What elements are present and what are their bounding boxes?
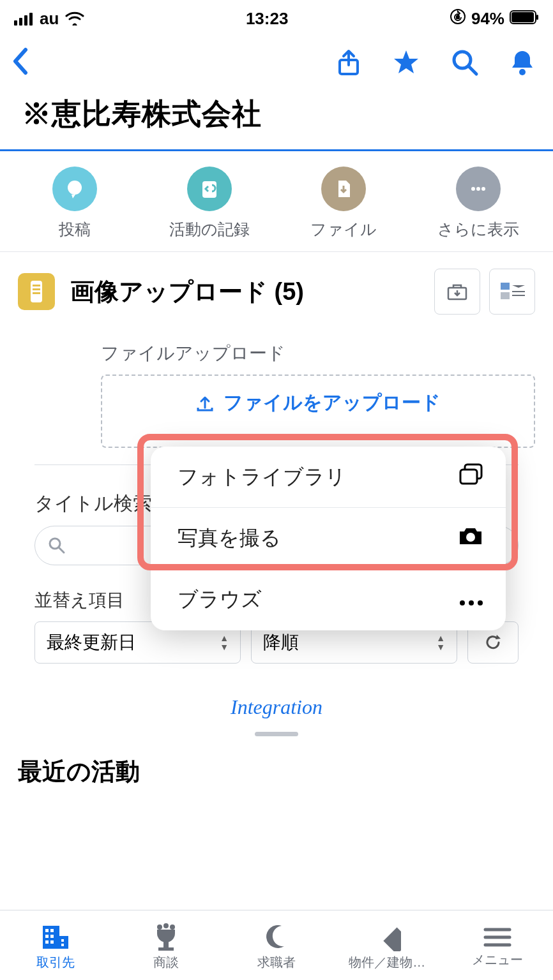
signal-icon [14, 11, 33, 26]
rotation-lock-icon [450, 8, 466, 29]
svg-rect-43 [50, 935, 54, 938]
svg-rect-3 [29, 13, 33, 26]
browse-option[interactable]: ブラウズ [151, 569, 506, 630]
camera-icon [457, 525, 484, 552]
tab-label: 商談 [153, 954, 179, 971]
svg-rect-46 [61, 939, 64, 942]
svg-rect-7 [511, 12, 534, 22]
svg-point-14 [68, 181, 82, 195]
svg-rect-2 [24, 15, 27, 26]
archive-button[interactable] [434, 269, 480, 315]
clock: 13:23 [246, 9, 289, 29]
svg-rect-5 [456, 15, 460, 19]
tab-properties[interactable]: 物件／建物… [336, 923, 438, 971]
quick-more[interactable]: さらに表示 [418, 167, 539, 240]
svg-rect-39 [59, 936, 68, 949]
stack-icon [458, 463, 484, 491]
svg-point-34 [466, 533, 475, 542]
svg-rect-21 [33, 288, 40, 290]
svg-rect-53 [383, 927, 401, 951]
svg-line-12 [469, 67, 476, 74]
battery-label: 94% [471, 9, 504, 29]
svg-rect-48 [163, 941, 169, 947]
svg-point-51 [163, 923, 169, 928]
svg-rect-47 [61, 944, 64, 946]
svg-rect-41 [50, 929, 54, 932]
view-options-button[interactable] [489, 269, 535, 315]
option-label: 写真を撮る [178, 524, 281, 553]
svg-point-37 [478, 600, 483, 605]
back-button[interactable] [11, 47, 29, 78]
svg-rect-25 [501, 292, 510, 299]
quick-label: さらに表示 [437, 219, 519, 240]
battery-icon [510, 9, 539, 29]
svg-marker-31 [496, 635, 501, 639]
quick-file[interactable]: ファイル [283, 167, 404, 240]
section-title: 画像アップロード (5) [70, 276, 425, 308]
svg-rect-8 [536, 15, 538, 20]
sort-field-value: 最終更新日 [47, 630, 136, 655]
svg-line-30 [59, 547, 64, 553]
svg-rect-49 [158, 947, 174, 951]
svg-marker-26 [512, 285, 525, 288]
svg-point-11 [454, 52, 471, 68]
svg-rect-42 [45, 935, 49, 938]
upload-box[interactable]: ファイルをアップロード [101, 375, 535, 448]
tab-label: 取引先 [36, 954, 75, 971]
svg-marker-10 [394, 50, 418, 73]
more-icon [458, 588, 484, 612]
upload-button-label: ファイルをアップロード [223, 390, 441, 416]
option-label: ブラウズ [178, 586, 262, 614]
search-icon[interactable] [451, 48, 479, 77]
quick-actions: 投稿 活動の記録 ファイル さらに表示 [0, 151, 553, 252]
svg-rect-22 [33, 292, 40, 294]
bell-icon[interactable] [510, 48, 535, 77]
magnifier-icon [48, 537, 66, 554]
recent-activity-title: 最近の活動 [0, 753, 553, 813]
carrier-label: au [40, 9, 59, 29]
svg-rect-20 [33, 285, 40, 286]
svg-rect-24 [501, 283, 510, 290]
svg-rect-33 [460, 470, 477, 484]
title-bar: ※恵比寿株式会社 [0, 88, 553, 151]
section-badge-icon [18, 273, 55, 310]
tab-menu[interactable]: メニュー [446, 926, 549, 969]
svg-point-16 [471, 187, 475, 191]
svg-rect-19 [31, 281, 42, 302]
svg-point-50 [157, 924, 162, 930]
quick-label: ファイル [310, 219, 377, 240]
section-header: 画像アップロード (5) [18, 269, 535, 315]
tab-opportunities[interactable]: 商談 [115, 923, 217, 971]
svg-point-17 [476, 187, 480, 191]
tab-label: 物件／建物… [349, 954, 425, 971]
tab-bar: 取引先 商談 求職者 物件／建物… メニュー [0, 910, 553, 980]
wifi-icon [65, 11, 84, 26]
svg-point-35 [460, 600, 465, 605]
svg-rect-40 [45, 929, 49, 932]
quick-activity[interactable]: 活動の記録 [149, 167, 270, 240]
photo-library-option[interactable]: フォトライブラリ [151, 447, 506, 508]
svg-point-18 [481, 187, 485, 191]
tab-candidates[interactable]: 求職者 [225, 923, 328, 971]
status-bar: au 13:23 94% [0, 0, 553, 37]
upload-icon [195, 394, 215, 413]
select-arrows-icon: ▲▼ [436, 634, 445, 651]
upload-field-label: ファイルアップロード [101, 341, 535, 366]
star-icon[interactable] [392, 48, 420, 77]
svg-rect-45 [50, 940, 54, 944]
option-label: フォトライブラリ [178, 463, 346, 491]
take-photo-option[interactable]: 写真を撮る [151, 508, 506, 569]
integration-link[interactable]: Integration [18, 664, 535, 727]
svg-rect-44 [45, 940, 49, 944]
svg-point-52 [170, 924, 175, 930]
tab-accounts[interactable]: 取引先 [4, 923, 107, 971]
svg-point-36 [469, 600, 474, 605]
svg-rect-1 [19, 18, 22, 26]
drawer-handle[interactable] [255, 732, 298, 736]
svg-rect-0 [14, 20, 17, 26]
upload-source-popover: フォトライブラリ 写真を撮る ブラウズ [151, 447, 506, 630]
quick-post[interactable]: 投稿 [14, 167, 135, 240]
share-icon[interactable] [336, 48, 361, 77]
quick-label: 活動の記録 [169, 219, 250, 240]
select-arrows-icon: ▲▼ [220, 634, 229, 651]
